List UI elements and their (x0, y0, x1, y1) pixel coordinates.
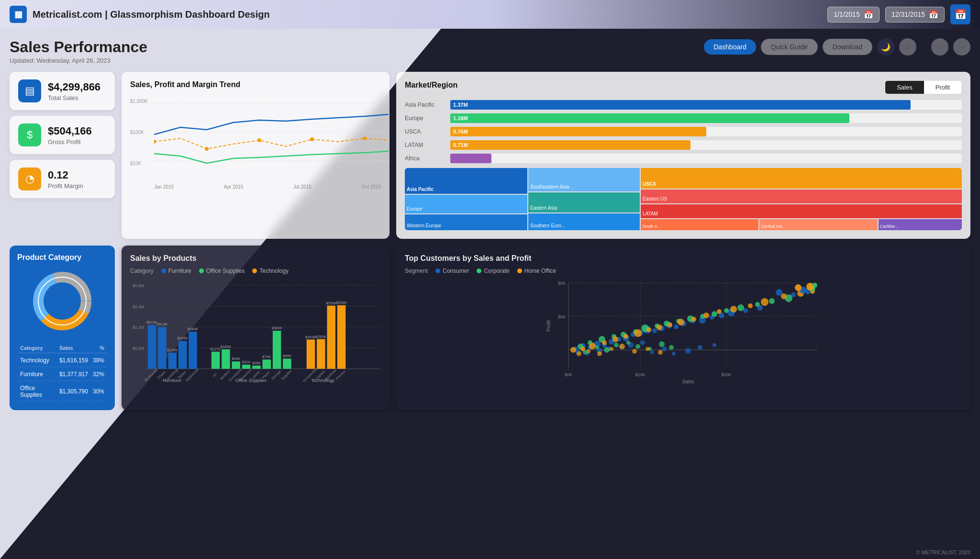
bar-value-europe: 1.18M (453, 115, 468, 121)
date-end-input[interactable]: 12/31/2015 📅 (885, 7, 945, 22)
svg-text:$54K: $54K (232, 357, 241, 361)
svg-point-165 (678, 319, 684, 325)
market-tab-profit[interactable]: Profit (924, 81, 961, 94)
product-name-technology: Technology (18, 354, 56, 367)
scatter-container: $5K $0K Profit $0K $10K $20K Sales (405, 278, 962, 390)
svg-point-140 (712, 311, 717, 317)
product-name-office: Office Supplies (18, 382, 56, 402)
svg-point-162 (646, 327, 651, 332)
svg-text:Furniture: Furniture (163, 378, 181, 383)
kpi-gross-profit: $ $504,166 Gross Profit (10, 116, 115, 154)
svg-rect-34 (222, 349, 230, 369)
top-actions: Dashboard Quick Guide Download 🌙 ⚙ ← → (704, 38, 970, 56)
legend-home-office: Home Office (517, 268, 556, 274)
product-pct-furniture: 32% (91, 368, 106, 381)
legend-furniture: Furniture (161, 268, 191, 274)
dashboard-nav-button[interactable]: Dashboard (704, 39, 756, 55)
trend-chart-card: Sales, Profit and Margin Trend $1,000K $… (122, 72, 390, 239)
calendar-apply-button[interactable]: 📅 (950, 4, 970, 24)
svg-point-163 (657, 324, 662, 330)
kpi-profit-margin-info: 0.12 Profit Margin (48, 169, 83, 190)
treemap-bottom-right: South A... Central Am... Caribbe... (641, 219, 962, 230)
download-nav-button[interactable]: Download (823, 39, 872, 55)
legend-tech-label: Technology (259, 268, 289, 274)
profit-margin-icon: ◔ (18, 168, 41, 190)
legend-home-office-dot (517, 268, 522, 273)
svg-point-160 (624, 334, 628, 339)
svg-text:$0.2M: $0.2M (133, 325, 144, 330)
svg-text:$260K: $260K (316, 335, 327, 339)
treemap-top-right: USCA (641, 168, 962, 189)
svg-point-150 (626, 341, 630, 345)
legend-tech-dot (252, 268, 257, 273)
svg-point-153 (659, 341, 665, 347)
forward-button[interactable]: → (953, 38, 970, 56)
calendar-end-icon: 📅 (929, 10, 938, 19)
svg-point-147 (595, 346, 599, 349)
svg-point-149 (614, 343, 619, 347)
date-start-input[interactable]: 1/1/2015 📅 (827, 7, 880, 22)
treemap-central-am: Central Am... (759, 219, 877, 230)
product-name-furniture: Furniture (18, 368, 56, 381)
svg-text:Supplies: Supplies (280, 369, 292, 381)
bar-value-usca: 0.76M (453, 129, 468, 134)
treemap-usca-right: USCA (641, 168, 962, 189)
bar-track-usca: 0.76M (450, 127, 962, 136)
profit-margin-value: 0.12 (48, 169, 83, 181)
back-button[interactable]: ← (931, 38, 948, 56)
dark-mode-toggle[interactable]: 🌙 (877, 38, 894, 56)
svg-text:$243K: $243K (177, 336, 188, 340)
customers-legend: Segment Consumer Corporate Home Office (405, 268, 962, 274)
bar-fill-latam: 0.71M (450, 140, 690, 150)
x-label-jul: Jul 2015 (293, 184, 312, 190)
svg-text:Office Supplies: Office Supplies (235, 378, 267, 383)
quick-guide-nav-button[interactable]: Quick Guide (761, 39, 818, 55)
svg-rect-54 (337, 305, 345, 369)
bar-label-usca: USCA (405, 128, 445, 135)
market-bars: Asia Pacific 1.37M Europe 1.18M (405, 100, 962, 163)
bar-track-africa (450, 154, 962, 163)
bar-label-africa: Africa (405, 155, 445, 162)
product-pct-technology: 38% (91, 354, 106, 367)
svg-rect-30 (189, 332, 197, 369)
svg-text:$86K: $86K (283, 354, 292, 358)
kpi-total-sales-info: $4,299,866 Total Sales (48, 81, 100, 101)
bar-row-latam: LATAM 0.71M (405, 140, 962, 150)
svg-point-4 (205, 147, 209, 151)
svg-point-123 (662, 347, 667, 351)
treemap-western-europe: Western Europe (405, 214, 527, 230)
svg-point-126 (698, 345, 702, 350)
y-label-100k: $100K (130, 130, 144, 135)
page-subtitle: Updated: Wednesday, April 26, 2023 (10, 57, 147, 64)
svg-point-186 (795, 284, 802, 291)
total-sales-icon: ▤ (18, 79, 41, 102)
svg-text:$253K: $253K (305, 335, 316, 339)
bar-fill-usca: 0.76M (450, 127, 706, 136)
legend-consumer-label: Consumer (443, 268, 469, 274)
svg-text:Storage: Storage (270, 369, 282, 380)
svg-point-167 (703, 313, 709, 318)
svg-point-154 (669, 345, 674, 350)
svg-text:$360K: $360K (188, 327, 199, 331)
svg-point-6 (310, 137, 314, 141)
kpi-total-sales: ▤ $4,299,866 Total Sales (10, 72, 115, 110)
svg-point-122 (650, 350, 654, 354)
svg-rect-26 (168, 353, 177, 369)
date-start-value: 1/1/2015 (834, 11, 860, 18)
svg-point-185 (806, 283, 814, 291)
svg-point-143 (755, 302, 760, 307)
svg-text:$0.4M: $0.4M (133, 304, 144, 309)
treemap-eastern-us: Eastern US (641, 190, 962, 203)
svg-point-7 (363, 136, 367, 140)
legend-consumer: Consumer (435, 268, 469, 274)
legend-furniture-dot (161, 268, 166, 273)
svg-point-182 (658, 350, 663, 355)
settings-button[interactable]: ⚙ (899, 38, 916, 56)
treemap-caribbe: Caribbe... (879, 219, 962, 230)
svg-text:$383K: $383K (271, 326, 282, 330)
market-tab-sales[interactable]: Sales (885, 81, 924, 94)
svg-point-127 (713, 343, 716, 347)
svg-point-166 (691, 317, 696, 322)
gross-profit-label: Gross Profit (48, 138, 92, 145)
svg-point-124 (672, 352, 676, 356)
